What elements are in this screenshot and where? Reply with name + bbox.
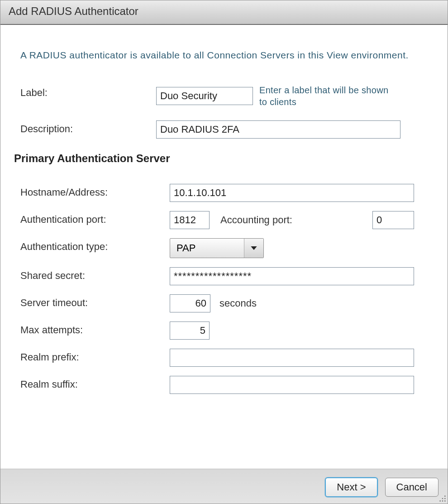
- svg-point-3: [444, 498, 446, 499]
- row-server-timeout: Server timeout: seconds: [20, 294, 428, 312]
- intro-text: A RADIUS authenticator is available to a…: [20, 48, 428, 62]
- row-ports: Authentication port: Accounting port:: [20, 211, 428, 229]
- svg-point-1: [444, 495, 446, 497]
- row-label: Label: Enter a label that will be shown …: [20, 84, 428, 108]
- next-button[interactable]: Next >: [325, 477, 377, 497]
- auth-type-dropdown[interactable]: PAP: [170, 238, 264, 258]
- max-attempts-input[interactable]: [170, 322, 210, 340]
- row-max-attempts: Max attempts:: [20, 322, 428, 340]
- svg-point-4: [439, 500, 441, 502]
- auth-port-input[interactable]: [170, 211, 210, 229]
- label-label: Label:: [20, 84, 156, 99]
- dialog-title: Add RADIUS Authenticator: [0, 0, 448, 25]
- row-hostname: Hostname/Address:: [20, 184, 428, 202]
- svg-point-6: [444, 500, 446, 502]
- realm-prefix-label: Realm prefix:: [20, 349, 170, 363]
- cancel-button[interactable]: Cancel: [385, 478, 438, 497]
- realm-suffix-input[interactable]: [170, 376, 414, 394]
- description-input[interactable]: [156, 120, 400, 139]
- row-auth-type: Authentication type: PAP: [20, 238, 428, 258]
- shared-secret-input[interactable]: [170, 267, 414, 285]
- dialog-window: Add RADIUS Authenticator A RADIUS authen…: [0, 0, 448, 504]
- acct-port-label: Accounting port:: [220, 214, 292, 226]
- row-shared-secret: Shared secret:: [20, 267, 428, 285]
- svg-marker-0: [251, 246, 257, 250]
- realm-suffix-label: Realm suffix:: [20, 376, 170, 390]
- description-label: Description:: [20, 120, 156, 135]
- realm-prefix-input[interactable]: [170, 349, 414, 367]
- hostname-label: Hostname/Address:: [20, 184, 170, 198]
- row-realm-suffix: Realm suffix:: [20, 376, 428, 394]
- auth-type-label: Authentication type:: [20, 238, 170, 253]
- resize-grip-icon[interactable]: [439, 495, 446, 502]
- dialog-footer: Next > Cancel: [0, 469, 448, 504]
- row-realm-prefix: Realm prefix:: [20, 349, 428, 367]
- max-attempts-label: Max attempts:: [20, 322, 170, 336]
- label-input[interactable]: [156, 87, 253, 105]
- server-timeout-input[interactable]: [170, 294, 210, 312]
- acct-port-input[interactable]: [372, 211, 414, 229]
- dialog-content: A RADIUS authenticator is available to a…: [0, 25, 448, 469]
- svg-point-2: [442, 498, 443, 499]
- hostname-input[interactable]: [170, 184, 414, 202]
- server-timeout-unit: seconds: [219, 298, 257, 309]
- server-timeout-label: Server timeout:: [20, 294, 170, 309]
- label-hint: Enter a label that will be shown to clie…: [259, 84, 395, 108]
- section-heading-primary: Primary Authentication Server: [14, 152, 434, 165]
- svg-point-5: [442, 500, 443, 502]
- dropdown-arrow-icon: [244, 239, 263, 258]
- shared-secret-label: Shared secret:: [20, 267, 170, 282]
- auth-type-value: PAP: [170, 239, 244, 258]
- row-description: Description:: [20, 120, 428, 139]
- primary-server-form: Hostname/Address: Authentication port: A…: [14, 184, 434, 394]
- auth-port-label: Authentication port:: [20, 211, 170, 226]
